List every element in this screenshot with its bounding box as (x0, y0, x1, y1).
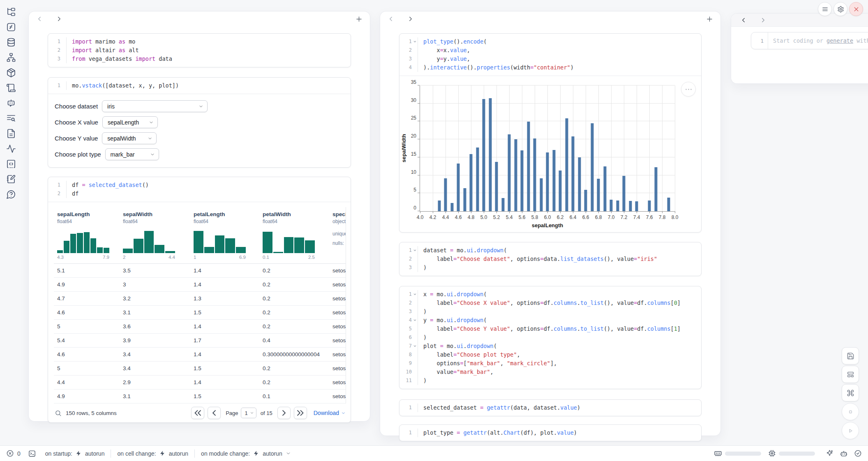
table-row[interactable]: 53.61.40.2setosa (54, 320, 346, 334)
table-column-header[interactable]: petalWidthfloat640.12.5 (263, 211, 332, 260)
code-cell-dataframe[interactable]: 1df = selected_dataset()2df sepalLengthf… (48, 177, 351, 423)
widget-select-choose-y-value[interactable]: sepalWidth (102, 132, 157, 144)
chart-bar[interactable] (559, 171, 562, 211)
last-page-button[interactable] (294, 407, 307, 419)
chevron-left-icon[interactable] (36, 15, 43, 23)
table-column-header[interactable]: sepalLengthfloat644.37.9 (57, 211, 123, 260)
runtime-config-0[interactable]: on startup:autorun (45, 450, 105, 457)
code-cell-plot-type[interactable]: 1plot_type = getattr(alt.Chart(df), plot… (399, 424, 702, 441)
code-line[interactable]: 4y = mo.ui.dropdown( (399, 316, 701, 325)
chart-bar[interactable] (623, 176, 626, 211)
code-line[interactable]: 2df (48, 189, 351, 198)
code-line[interactable]: 2import altair as alt (48, 46, 351, 55)
code-line[interactable]: 5 label="Choose Y value", options=df.col… (399, 325, 701, 333)
error-count-button[interactable]: 0 (6, 449, 21, 457)
chart-bar[interactable] (476, 148, 479, 211)
code-cell-dataset-dropdown[interactable]: 1dataset = mo.ui.dropdown(2 label="Choos… (399, 242, 702, 276)
sidebar-package-icon[interactable] (6, 68, 16, 78)
check-circle-icon[interactable] (854, 449, 862, 457)
sidebar-text-search-icon[interactable] (6, 113, 16, 123)
chart-bar[interactable] (616, 201, 619, 211)
table-row[interactable]: 4.63.41.40.30000000000000004setosa (54, 348, 346, 362)
chart-bar[interactable] (552, 150, 555, 212)
bot-icon[interactable] (840, 449, 848, 458)
chart-bar[interactable] (648, 201, 651, 211)
code-line[interactable]: 1plot_type = getattr(alt.Chart(df), plot… (399, 429, 701, 437)
layout-panels-button[interactable] (842, 366, 859, 383)
download-button[interactable]: Download (314, 410, 346, 416)
code-line[interactable]: 1selected_dataset = getattr(data, datase… (399, 403, 701, 412)
code-line[interactable]: 9 options=["mark_bar", "mark_circle"], (399, 359, 701, 368)
code-cell-imports[interactable]: 1import marimo as mo2import altair as al… (48, 33, 351, 67)
code-cell-vstack[interactable]: 1mo.vstack([dataset, x, y, plot]) Choose… (48, 77, 351, 168)
code-line[interactable]: 3) (399, 307, 701, 316)
chart-bar[interactable] (654, 167, 657, 211)
table-column-header[interactable]: speciesobjectuniquenulls: (332, 211, 346, 260)
chart-bar[interactable] (470, 154, 473, 211)
add-cell-button[interactable] (355, 15, 363, 23)
chart-bar[interactable] (546, 152, 549, 211)
code-line[interactable]: 3from vega_datasets import data (48, 55, 351, 63)
code-line[interactable]: 7plot = mo.ui.dropdown( (399, 342, 701, 350)
code-cell-selected-dataset[interactable]: 1selected_dataset = getattr(data, datase… (399, 399, 702, 416)
table-row[interactable]: 4.42.91.40.2setosa (54, 376, 346, 390)
chart-bar[interactable] (572, 136, 575, 211)
table-row[interactable]: 4.93.11.50.1setosa (54, 390, 346, 403)
sidebar-help-circle-icon[interactable] (6, 189, 16, 199)
table-column-header[interactable]: petalLengthfloat6416.9 (194, 211, 263, 260)
table-row[interactable]: 4.63.11.50.2setosa (54, 306, 346, 320)
code-line[interactable]: 8 label="Choose plot type", (399, 350, 701, 359)
sidebar-network-icon[interactable] (6, 53, 16, 62)
save-button[interactable] (842, 347, 859, 364)
chevron-right-icon[interactable] (55, 15, 63, 23)
sparkles-icon[interactable] (826, 449, 833, 457)
code-line[interactable]: 1mo.vstack([dataset, x, y, plot]) (48, 81, 351, 90)
chart-bar[interactable] (667, 198, 670, 211)
code-line[interactable]: 2 label="Choose dataset", options=data.l… (399, 255, 701, 263)
generate-link[interactable]: generate (826, 37, 853, 44)
chevron-left-icon[interactable] (740, 16, 747, 24)
chart-bar[interactable] (597, 179, 600, 211)
next-page-button[interactable] (277, 407, 291, 419)
altair-bar-chart[interactable]: 051015202530354.04.24.44.64.85.05.25.45.… (399, 76, 701, 232)
chevron-right-icon[interactable] (407, 15, 414, 23)
sidebar-file-text-icon[interactable] (6, 129, 16, 138)
sidebar-notebook-pen-icon[interactable] (6, 174, 16, 184)
first-page-button[interactable] (191, 407, 204, 419)
play-button[interactable] (842, 422, 859, 439)
sidebar-database-icon[interactable] (6, 37, 16, 47)
empty-code-cell[interactable]: 1 Start coding or generate with AI (751, 32, 868, 49)
code-input[interactable]: Start coding or generate with AI (768, 32, 868, 49)
table-row[interactable]: 4.931.40.2setosa (54, 278, 346, 292)
chart-bar[interactable] (482, 99, 485, 211)
chart-bar[interactable] (527, 122, 530, 211)
close-button[interactable] (849, 2, 863, 16)
chart-bar[interactable] (521, 150, 524, 211)
chart-bar[interactable] (444, 178, 447, 211)
chart-bar[interactable] (635, 201, 638, 211)
widget-select-choose-plot-type[interactable]: mark_bar (105, 148, 159, 160)
chart-bar[interactable] (565, 118, 568, 211)
chart-bar[interactable] (629, 201, 632, 211)
code-line[interactable]: 11) (399, 376, 701, 385)
code-line[interactable]: 3 y=y.value, (399, 55, 701, 63)
table-row[interactable]: 5.13.51.40.2setosa (54, 264, 346, 278)
chart-bar[interactable] (533, 138, 536, 211)
page-select[interactable]: 1 (241, 408, 256, 418)
chart-bar[interactable] (610, 200, 613, 211)
chart-bar[interactable] (540, 178, 542, 211)
widget-select-choose-x-value[interactable]: sepalLength (102, 116, 158, 128)
code-line[interactable]: 2 x=x.value, (399, 46, 701, 55)
widget-select-choose-dataset[interactable]: iris (102, 100, 208, 112)
chart-bar[interactable] (603, 166, 606, 211)
code-cell-xy-plot-dropdowns[interactable]: 1x = mo.ui.dropdown(2 label="Choose X va… (399, 286, 702, 389)
sidebar-bot-message-icon[interactable] (6, 98, 16, 108)
chevron-left-icon[interactable] (387, 15, 395, 23)
code-line[interactable]: 3) (399, 263, 701, 272)
chart-bar[interactable] (591, 123, 593, 211)
code-line[interactable]: 10 value="mark_bar", (399, 368, 701, 376)
chart-bar[interactable] (438, 201, 441, 211)
terminal-button[interactable] (28, 449, 36, 458)
code-line[interactable]: 1x = mo.ui.dropdown( (399, 290, 701, 299)
code-line[interactable]: 6) (399, 333, 701, 342)
